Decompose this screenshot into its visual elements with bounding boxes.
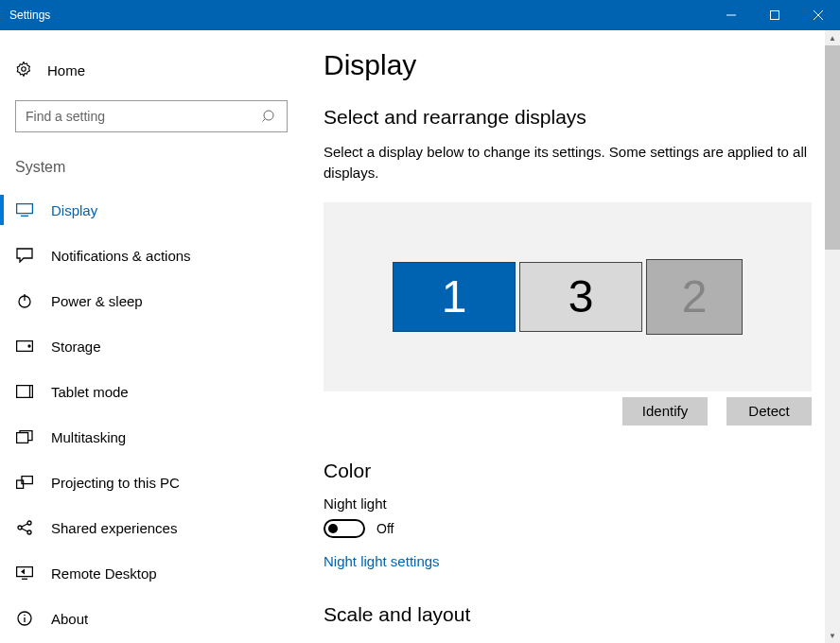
sidebar-item-label: Remote Desktop <box>51 565 157 582</box>
sidebar-item-projecting[interactable]: Projecting to this PC <box>0 460 303 505</box>
display-arrangement-area[interactable]: 1 3 2 <box>324 202 812 391</box>
scale-heading: Scale and layout <box>324 603 812 626</box>
remote-desktop-icon <box>15 566 34 580</box>
search-input-wrapper[interactable] <box>15 100 288 132</box>
power-icon <box>15 293 34 308</box>
nightlight-toggle[interactable] <box>324 519 365 538</box>
projecting-icon <box>15 476 34 489</box>
identify-button[interactable]: Identify <box>622 397 708 426</box>
sidebar-item-notifications[interactable]: Notifications & actions <box>0 233 303 278</box>
window-controls <box>709 0 840 30</box>
scroll-track[interactable] <box>825 45 840 628</box>
minimize-button[interactable] <box>709 0 753 30</box>
svg-point-27 <box>24 615 26 617</box>
svg-line-6 <box>263 119 266 122</box>
color-heading: Color <box>324 460 812 482</box>
nightlight-toggle-state: Off <box>376 521 394 536</box>
scroll-up-arrow[interactable]: ▲ <box>825 30 840 45</box>
tablet-icon <box>15 385 34 398</box>
multitasking-icon <box>15 430 34 443</box>
speech-bubble-icon <box>15 248 34 263</box>
sidebar-item-tablet-mode[interactable]: Tablet mode <box>0 369 303 414</box>
svg-rect-15 <box>17 433 28 443</box>
vertical-scrollbar[interactable]: ▲ ▼ <box>825 30 840 643</box>
section-title: System <box>0 149 303 183</box>
sidebar-item-label: Storage <box>51 339 101 355</box>
sidebar-item-power-sleep[interactable]: Power & sleep <box>0 278 303 323</box>
sidebar-item-label: Tablet mode <box>51 384 129 400</box>
content-area: Display Select and rearrange displays Se… <box>303 30 840 643</box>
display-tile-2[interactable]: 2 <box>646 259 743 335</box>
nightlight-settings-link[interactable]: Night light settings <box>324 553 440 569</box>
sidebar-item-about[interactable]: About <box>0 596 303 641</box>
svg-point-20 <box>27 530 31 534</box>
svg-point-18 <box>18 526 22 530</box>
search-icon <box>262 109 277 127</box>
info-icon <box>15 611 34 626</box>
maximize-button[interactable] <box>753 0 796 30</box>
page-title: Display <box>324 49 812 81</box>
sidebar-item-storage[interactable]: Storage <box>0 323 303 369</box>
scroll-down-arrow[interactable]: ▼ <box>825 628 840 643</box>
close-button[interactable] <box>796 0 840 30</box>
sidebar: Home System Display <box>0 30 303 643</box>
sidebar-item-multitasking[interactable]: Multitasking <box>0 414 303 460</box>
scroll-thumb[interactable] <box>825 45 840 250</box>
detect-button[interactable]: Detect <box>726 397 812 426</box>
share-icon <box>15 520 34 535</box>
svg-point-4 <box>22 66 26 71</box>
gear-icon <box>15 61 32 80</box>
search-input[interactable] <box>26 109 254 124</box>
svg-line-22 <box>22 529 27 531</box>
sidebar-item-shared-experiences[interactable]: Shared experiences <box>0 505 303 550</box>
svg-rect-7 <box>17 204 33 214</box>
sidebar-item-label: About <box>51 611 88 627</box>
sidebar-item-label: Projecting to this PC <box>51 475 180 491</box>
display-tile-3[interactable]: 3 <box>519 262 642 332</box>
sidebar-item-label: Display <box>51 202 97 218</box>
nightlight-label: Night light <box>324 495 812 512</box>
svg-rect-1 <box>771 11 779 20</box>
titlebar: Settings <box>0 0 840 30</box>
storage-icon <box>15 340 34 352</box>
svg-line-21 <box>22 524 27 527</box>
home-button[interactable]: Home <box>0 49 303 91</box>
sidebar-item-label: Multitasking <box>51 429 126 445</box>
display-icon <box>15 203 34 217</box>
display-tile-1[interactable]: 1 <box>393 262 516 332</box>
window-title: Settings <box>9 9 50 22</box>
sidebar-item-label: Power & sleep <box>51 293 143 309</box>
arrange-description: Select a display below to change its set… <box>324 142 812 183</box>
sidebar-item-display[interactable]: Display <box>0 187 303 233</box>
home-label: Home <box>47 62 85 78</box>
svg-point-12 <box>28 345 30 347</box>
svg-point-19 <box>27 521 31 525</box>
sidebar-item-remote-desktop[interactable]: Remote Desktop <box>0 550 303 596</box>
arrange-heading: Select and rearrange displays <box>324 106 812 129</box>
sidebar-item-label: Notifications & actions <box>51 248 191 264</box>
sidebar-item-label: Shared experiences <box>51 520 177 536</box>
